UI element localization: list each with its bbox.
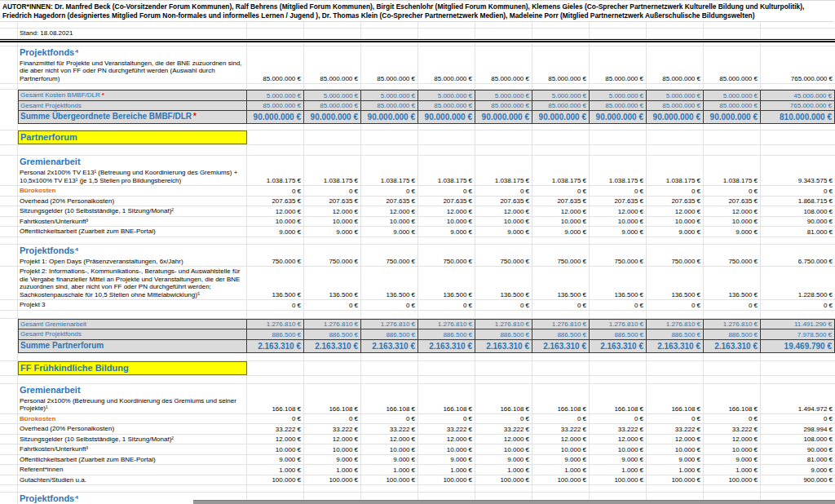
value-cell[interactable]: 1.038.175 € xyxy=(704,168,761,185)
value-cell[interactable]: 33.222 € xyxy=(247,424,304,434)
value-cell[interactable]: 1.000 € xyxy=(647,465,704,475)
value-cell[interactable]: 207.635 € xyxy=(304,197,361,206)
value-cell[interactable]: 136.500 € xyxy=(704,267,761,299)
value-cell[interactable]: 12.000 € xyxy=(247,206,304,216)
value-cell[interactable]: 207.635 € xyxy=(418,197,475,206)
value-cell[interactable]: 0 € xyxy=(475,300,532,310)
value-cell[interactable]: 90.000.000 € xyxy=(704,111,761,124)
value-cell[interactable]: 12.000 € xyxy=(704,435,761,444)
value-cell[interactable]: 9.000 € xyxy=(361,455,418,465)
value-cell[interactable]: 1.038.175 € xyxy=(590,168,647,185)
value-cell[interactable]: 9.000 € xyxy=(590,455,647,465)
value-cell[interactable]: 33.222 € xyxy=(304,424,361,434)
value-cell[interactable]: 9.000 € xyxy=(532,455,590,465)
value-cell[interactable]: 1.276.810 € xyxy=(704,319,761,330)
value-cell[interactable]: 0 € xyxy=(361,186,418,196)
value-cell[interactable]: 166.108 € xyxy=(361,396,418,413)
value-cell[interactable]: 207.635 € xyxy=(704,197,761,206)
value-cell[interactable]: 9.000 € xyxy=(304,227,361,237)
value-cell[interactable]: 85.000.000 € xyxy=(418,59,475,84)
value-cell[interactable]: 9.000 € xyxy=(704,455,761,465)
value-cell[interactable]: 1.038.175 € xyxy=(247,168,304,185)
value-cell[interactable]: 0 € xyxy=(532,300,590,310)
value-cell[interactable]: 1.038.175 € xyxy=(647,168,704,185)
value-cell[interactable]: 166.108 € xyxy=(418,396,475,413)
value-cell[interactable]: 85.000.000 € xyxy=(247,101,304,112)
value-cell[interactable]: 1.038.175 € xyxy=(304,168,361,185)
value-cell[interactable]: 5.000.000 € xyxy=(304,90,361,101)
value-cell[interactable]: 750.000 € xyxy=(647,257,704,267)
value-cell[interactable]: 33.222 € xyxy=(532,424,590,434)
value-cell[interactable]: 750.000 € xyxy=(418,257,475,267)
value-cell[interactable]: 90.000.000 € xyxy=(418,111,475,124)
value-cell[interactable]: 12.000 € xyxy=(304,206,361,216)
value-cell[interactable]: 0 € xyxy=(304,414,361,424)
value-cell[interactable]: 750.000 € xyxy=(590,257,647,267)
value-cell[interactable]: 85.000.000 € xyxy=(590,59,647,84)
total-cell[interactable]: 765.000.000 € xyxy=(761,59,835,84)
value-cell[interactable]: 12.000 € xyxy=(532,206,590,216)
value-cell[interactable]: 5.000.000 € xyxy=(532,90,590,101)
value-cell[interactable]: 886.500 € xyxy=(590,329,647,340)
row-label-cell[interactable]: Projekt 2: Informations-, Kommunikations… xyxy=(18,267,247,299)
value-cell[interactable]: 85.000.000 € xyxy=(304,101,361,112)
total-cell[interactable]: 108.000 € xyxy=(761,206,835,216)
value-cell[interactable]: 1.276.810 € xyxy=(304,319,361,330)
row-label-cell[interactable]: Bürokosten xyxy=(18,414,247,424)
value-cell[interactable]: 9.000 € xyxy=(590,227,647,237)
value-cell[interactable]: 85.000.000 € xyxy=(704,101,761,112)
value-cell[interactable]: 136.500 € xyxy=(361,267,418,299)
value-cell[interactable]: 12.000 € xyxy=(361,206,418,216)
value-cell[interactable]: 9.000 € xyxy=(475,227,532,237)
value-cell[interactable]: 5.000.000 € xyxy=(704,90,761,101)
value-cell[interactable]: 136.500 € xyxy=(418,267,475,299)
value-cell[interactable]: 9.000 € xyxy=(532,227,590,237)
value-cell[interactable]: 750.000 € xyxy=(704,257,761,267)
row-label-cell[interactable]: Gesamt Gremienarbeit xyxy=(18,319,247,330)
value-cell[interactable]: 100.000 € xyxy=(418,475,475,485)
value-cell[interactable]: 10.000 € xyxy=(361,444,418,454)
total-cell[interactable]: 11.491.290 € xyxy=(761,319,835,330)
total-cell[interactable]: 19.469.790 € xyxy=(761,340,835,353)
value-cell[interactable]: 0 € xyxy=(647,414,704,424)
value-cell[interactable]: 12.000 € xyxy=(475,435,532,444)
row-label-cell[interactable]: Finanzmittel für Projekte und Veranstalt… xyxy=(18,59,247,84)
value-cell[interactable]: 85.000.000 € xyxy=(361,59,418,84)
value-cell[interactable]: 2.163.310 € xyxy=(647,340,704,353)
value-cell[interactable]: 166.108 € xyxy=(475,396,532,413)
section-title-cell[interactable]: Gremienarbeit xyxy=(18,384,247,396)
value-cell[interactable]: 136.500 € xyxy=(304,267,361,299)
value-cell[interactable]: 886.500 € xyxy=(361,329,418,340)
value-cell[interactable]: 2.163.310 € xyxy=(704,340,761,353)
value-cell[interactable]: 886.500 € xyxy=(532,329,590,340)
value-cell[interactable]: 12.000 € xyxy=(475,206,532,216)
value-cell[interactable]: 0 € xyxy=(475,186,532,196)
value-cell[interactable]: 9.000 € xyxy=(418,455,475,465)
total-cell[interactable]: 9.000 € xyxy=(761,465,835,475)
value-cell[interactable]: 100.000 € xyxy=(304,475,361,485)
total-cell[interactable]: 1.868.715 € xyxy=(761,197,835,206)
value-cell[interactable]: 1.000 € xyxy=(475,465,532,475)
total-cell[interactable]: 7.978.500 € xyxy=(761,329,835,340)
value-cell[interactable]: 10.000 € xyxy=(647,444,704,454)
value-cell[interactable]: 750.000 € xyxy=(475,257,532,267)
value-cell[interactable]: 750.000 € xyxy=(361,257,418,267)
value-cell[interactable]: 0 € xyxy=(304,300,361,310)
value-cell[interactable]: 85.000.000 € xyxy=(361,101,418,112)
row-label-cell[interactable]: Sitzungsgelder (10 Selbstständige, 1 Sit… xyxy=(18,435,247,444)
value-cell[interactable]: 886.500 € xyxy=(418,329,475,340)
stand-date-cell[interactable]: Stand: 18.08.2021 xyxy=(18,29,247,38)
value-cell[interactable]: 1.276.810 € xyxy=(647,319,704,330)
value-cell[interactable]: 1.000 € xyxy=(532,465,590,475)
value-cell[interactable]: 10.000 € xyxy=(304,217,361,227)
value-cell[interactable]: 10.000 € xyxy=(532,217,590,227)
value-cell[interactable]: 207.635 € xyxy=(590,197,647,206)
value-cell[interactable]: 136.500 € xyxy=(647,267,704,299)
value-cell[interactable]: 136.500 € xyxy=(532,267,590,299)
value-cell[interactable]: 2.163.310 € xyxy=(361,340,418,353)
row-label-cell[interactable]: Sitzungsgelder (10 Selbstständige, 1 Sit… xyxy=(18,206,247,216)
value-cell[interactable]: 10.000 € xyxy=(418,444,475,454)
value-cell[interactable]: 1.276.810 € xyxy=(475,319,532,330)
row-label-cell[interactable]: Personal 2x100% (Betreuung und Koordinie… xyxy=(18,396,247,413)
value-cell[interactable]: 166.108 € xyxy=(532,396,590,413)
